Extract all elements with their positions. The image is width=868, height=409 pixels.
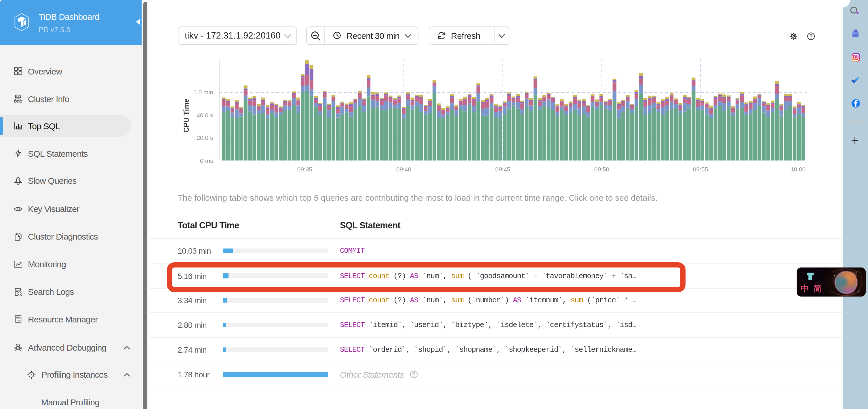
svg-text:简: 简 [813, 284, 822, 293]
svg-text:中: 中 [801, 284, 809, 293]
